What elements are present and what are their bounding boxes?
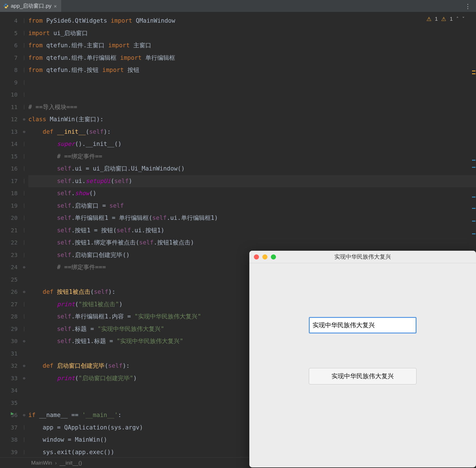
- fold-marker: │: [20, 163, 28, 175]
- line-number: 34: [0, 384, 20, 397]
- code-line[interactable]: self.按钮1.绑定事件被点击(self.按钮1被点击): [28, 237, 476, 249]
- line-number: 27: [0, 298, 20, 311]
- fold-marker: │: [20, 224, 28, 237]
- info-marker[interactable]: [472, 197, 475, 197]
- fold-marker: │: [20, 27, 28, 40]
- line-number: 12: [0, 113, 20, 126]
- line-number: 25: [0, 274, 20, 286]
- line-number: 36: [0, 409, 20, 422]
- info-marker[interactable]: [472, 208, 475, 209]
- code-line[interactable]: super().__init__(): [28, 138, 476, 150]
- fold-marker: │: [20, 52, 28, 64]
- line-number: 18: [0, 187, 20, 200]
- fold-marker[interactable]: ⊖: [20, 261, 28, 274]
- line-number: 17: [0, 175, 20, 188]
- line-number: 23: [0, 249, 20, 261]
- info-marker[interactable]: [472, 160, 475, 161]
- line-number: 33: [0, 372, 20, 385]
- running-app-window: 实现中华民族伟大复兴 实现中华民族伟大复兴 实现中华民族伟大复兴: [249, 251, 476, 467]
- line-number: 11: [0, 101, 20, 114]
- fold-marker: [20, 397, 28, 409]
- line-number: 37: [0, 422, 20, 434]
- code-line[interactable]: import ui_启动窗口: [28, 27, 476, 40]
- code-line[interactable]: def __init__(self):: [28, 126, 476, 138]
- chevron-right-icon: ›: [55, 460, 57, 466]
- fold-marker[interactable]: ⊖: [20, 286, 28, 298]
- line-number: 4: [0, 15, 20, 27]
- code-line[interactable]: # ==导入模块===: [28, 101, 476, 114]
- code-line[interactable]: self.启动窗口 = self: [28, 200, 476, 212]
- fold-marker: │: [20, 15, 28, 27]
- line-number: 7: [0, 52, 20, 64]
- fold-marker: │: [20, 434, 28, 446]
- code-line[interactable]: from qtefun.组件.单行编辑框 import 单行编辑框: [28, 52, 476, 64]
- code-line[interactable]: from qtefun.组件.按钮 import 按钮: [28, 64, 476, 76]
- line-number: 8: [0, 64, 20, 76]
- fold-marker: │: [20, 138, 28, 150]
- code-line[interactable]: from qtefun.组件.主窗口 import 主窗口: [28, 39, 476, 52]
- info-marker[interactable]: [472, 167, 475, 168]
- fold-marker: │: [20, 39, 28, 52]
- fold-marker: [20, 274, 28, 286]
- line-number: 19: [0, 200, 20, 212]
- line-number: 26: [0, 286, 20, 298]
- line-number: 21: [0, 224, 20, 237]
- warn-marker[interactable]: [472, 73, 475, 74]
- fold-marker: │: [20, 298, 28, 311]
- fold-marker: │: [20, 101, 28, 114]
- window-titlebar[interactable]: 实现中华民族伟大复兴: [249, 251, 476, 263]
- code-line[interactable]: self.ui = ui_启动窗口.Ui_MainWindow(): [28, 163, 476, 175]
- line-number: 24: [0, 261, 20, 274]
- svg-point-0: [5, 4, 5, 5]
- code-line[interactable]: [28, 89, 476, 101]
- fold-marker[interactable]: ⊖: [20, 372, 28, 385]
- code-line[interactable]: self.按钮1 = 按钮(self.ui.按钮1): [28, 224, 476, 237]
- info-marker[interactable]: [472, 233, 475, 234]
- line-number: 31: [0, 348, 20, 360]
- line-number: 30: [0, 335, 20, 348]
- line-number: 15: [0, 150, 20, 163]
- fold-marker[interactable]: ⊖: [20, 126, 28, 138]
- code-line[interactable]: [28, 76, 476, 89]
- run-gutter-icon[interactable]: ▶: [11, 410, 14, 416]
- single-line-edit[interactable]: 实现中华民族伟大复兴: [309, 317, 416, 333]
- fold-marker[interactable]: ⊖: [20, 409, 28, 422]
- fold-marker[interactable]: ⊖: [20, 360, 28, 372]
- code-line[interactable]: self.单行编辑框1 = 单行编辑框(self.ui.单行编辑框1): [28, 212, 476, 224]
- code-line[interactable]: from PySide6.QtWidgets import QMainWindo…: [28, 15, 476, 27]
- fold-marker: │: [20, 76, 28, 89]
- line-number: 13: [0, 126, 20, 138]
- breadcrumb-method[interactable]: __init__(): [60, 460, 82, 466]
- code-line[interactable]: # ==绑定事件==: [28, 150, 476, 163]
- info-marker[interactable]: [472, 221, 475, 222]
- close-tab-icon[interactable]: ×: [54, 3, 57, 9]
- app-button[interactable]: 实现中华民族伟大复兴: [309, 368, 416, 384]
- fold-marker: │: [20, 422, 28, 434]
- fold-marker[interactable]: ⊖: [20, 113, 28, 126]
- code-line[interactable]: self.ui.setupUi(self): [28, 175, 476, 188]
- textfield-value: 实现中华民族伟大复兴: [313, 321, 375, 329]
- file-tab[interactable]: app_启动窗口.py ×: [0, 0, 61, 12]
- breadcrumb-class[interactable]: MainWin: [31, 460, 52, 466]
- line-number: 39: [0, 446, 20, 459]
- fold-marker[interactable]: ⊖: [20, 335, 28, 348]
- button-label: 实现中华民族伟大复兴: [332, 372, 394, 380]
- window-title: 实现中华民族伟大复兴: [249, 253, 476, 261]
- warn-marker[interactable]: [472, 71, 475, 71]
- fold-marker: │: [20, 175, 28, 188]
- fold-marker: │: [20, 310, 28, 323]
- code-line[interactable]: self.show(): [28, 187, 476, 200]
- line-number: 5: [0, 27, 20, 40]
- code-line[interactable]: class MainWin(主窗口):: [28, 113, 476, 126]
- line-number: 32: [0, 360, 20, 372]
- line-number: 29: [0, 323, 20, 335]
- fold-marker: │: [20, 323, 28, 335]
- fold-marker: │: [20, 249, 28, 261]
- app-body: 实现中华民族伟大复兴 实现中华民族伟大复兴: [249, 263, 476, 467]
- line-number: 22: [0, 237, 20, 249]
- kebab-menu-icon[interactable]: ⋮: [465, 3, 471, 10]
- fold-marker: │: [20, 64, 28, 76]
- line-number: 28: [0, 310, 20, 323]
- fold-column: ││││││││⊖⊖││││││││││⊖⊖│││⊖⊖⊖⊖│││: [20, 12, 28, 457]
- line-number: 16: [0, 163, 20, 175]
